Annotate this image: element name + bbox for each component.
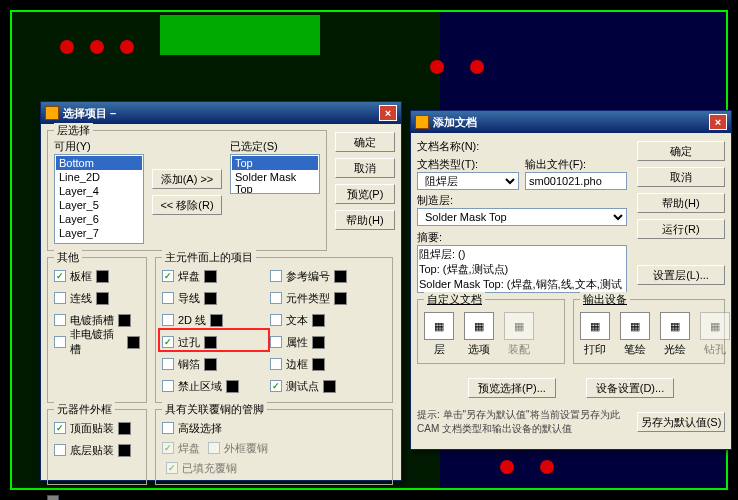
list-item[interactable]: Layer_5 [56,198,142,212]
list-item[interactable]: Solder Mask Top [232,170,318,194]
tool-选项[interactable]: ▦选项 [464,312,494,357]
tool-label: 笔绘 [624,342,646,357]
tool-icon: ▦ [464,312,494,340]
tool-笔绘[interactable]: ▦笔绘 [620,312,650,357]
color-swatch[interactable] [127,336,140,349]
tool-label: 打印 [584,342,606,357]
color-swatch[interactable] [334,292,347,305]
check-label: 参考编号 [286,269,330,284]
checkbox[interactable] [162,422,174,434]
selected-list[interactable]: Top Solder Mask Top [230,154,320,194]
preview-select-button[interactable]: 预览选择(P)... [468,378,556,398]
color-swatch[interactable] [323,380,336,393]
summary-box: 阻焊层: () Top: (焊盘,测试点) Solder Mask Top: (… [417,245,627,293]
titlebar[interactable]: 添加文档 × [411,111,731,133]
checkbox[interactable] [270,380,282,392]
checkbox[interactable] [270,270,282,282]
checkbox[interactable] [162,292,174,304]
device-setup-button[interactable]: 设备设置(D)... [586,378,674,398]
checkbox[interactable] [54,336,66,348]
close-icon[interactable]: × [709,114,727,130]
doc-type-select[interactable]: 阻焊层 [417,172,519,190]
help-button[interactable]: 帮助(H) [637,193,725,213]
tool-光绘[interactable]: ▦光绘 [660,312,690,357]
out-file-input[interactable] [525,172,627,190]
checkbox[interactable] [54,314,66,326]
tool-装配: ▦装配 [504,312,534,357]
color-swatch[interactable] [312,336,325,349]
color-swatch[interactable] [204,358,217,371]
dialog-title: 添加文档 [433,115,709,130]
list-item[interactable]: Line_2D [56,170,142,184]
summary-line: Solder Mask Top: (焊盘,铜箔,线,文本,测试点) [419,277,625,293]
mfg-layer-select[interactable]: Solder Mask Top [417,208,627,226]
group-label: 其他 [54,250,82,265]
set-layer-button[interactable]: 设置层(L)... [637,265,725,285]
run-button[interactable]: 运行(R) [637,219,725,239]
available-list[interactable]: Bottom Line_2D Layer_4 Layer_5 Layer_6 L… [54,154,144,244]
selected-label: 已选定(S) [230,139,320,154]
select-items-dialog: 选择项目 – × 确定 取消 预览(P) 帮助(H) 层选择 可用(Y) Bot… [40,101,402,481]
preview-button[interactable]: 预览(P) [335,184,395,204]
checkbox[interactable] [162,336,174,348]
check-label: 焊盘 [178,269,200,284]
checkbox[interactable] [270,314,282,326]
checkbox[interactable] [54,292,66,304]
checkbox[interactable] [162,270,174,282]
list-item[interactable]: Bottom [56,156,142,170]
checkbox[interactable] [162,380,174,392]
color-swatch[interactable] [118,422,131,435]
checkbox [162,442,174,454]
color-swatch[interactable] [96,292,109,305]
color-swatch[interactable] [204,336,217,349]
list-item[interactable]: Layer_7 [56,226,142,240]
titlebar[interactable]: 选择项目 – × [41,102,401,124]
tool-层[interactable]: ▦层 [424,312,454,357]
checkbox [166,462,178,474]
other-group: 其他 板框连线电镀插槽非电镀插槽 [47,257,147,403]
app-icon [415,115,429,129]
checkbox[interactable] [54,422,66,434]
ok-button[interactable]: 确定 [637,141,725,161]
pin-group: 具有关联覆铜的管脚 高级选择 焊盘 外框覆铜 已填充覆铜 [155,409,393,485]
color-swatch[interactable] [204,270,217,283]
save-default-button[interactable]: 另存为默认值(S) [637,412,725,432]
checkbox [47,495,59,500]
ok-button[interactable]: 确定 [335,132,395,152]
color-swatch[interactable] [118,444,131,457]
color-swatch[interactable] [96,270,109,283]
list-item[interactable]: Layer_4 [56,184,142,198]
color-swatch[interactable] [312,358,325,371]
help-button[interactable]: 帮助(H) [335,210,395,230]
add-button[interactable]: 添加(A) >> [152,169,222,189]
cancel-button[interactable]: 取消 [637,167,725,187]
remove-button[interactable]: << 移除(R) [152,195,222,215]
check-label: 电镀插槽 [70,313,114,328]
tool-icon: ▦ [424,312,454,340]
color-swatch[interactable] [204,292,217,305]
check-label: 禁止区域 [178,379,222,394]
check-label: 测试点 [286,379,319,394]
color-swatch[interactable] [118,314,131,327]
checkbox[interactable] [162,314,174,326]
tool-打印[interactable]: ▦打印 [580,312,610,357]
tool-icon: ▦ [504,312,534,340]
check-label: 底层贴装 [70,443,114,458]
list-item[interactable]: Layer_6 [56,212,142,226]
checkbox[interactable] [270,358,282,370]
checkbox[interactable] [270,336,282,348]
checkbox[interactable] [270,292,282,304]
list-item[interactable]: Top [232,156,318,170]
color-swatch[interactable] [226,380,239,393]
dialog-title: 选择项目 – [63,106,379,121]
checkbox[interactable] [162,358,174,370]
color-swatch[interactable] [210,314,223,327]
checkbox[interactable] [54,270,66,282]
outline-group: 元器件外框 顶面贴装底层贴装 [47,409,147,485]
color-swatch[interactable] [312,314,325,327]
check-label: 铜箔 [178,357,200,372]
close-icon[interactable]: × [379,105,397,121]
cancel-button[interactable]: 取消 [335,158,395,178]
checkbox[interactable] [54,444,66,456]
color-swatch[interactable] [334,270,347,283]
